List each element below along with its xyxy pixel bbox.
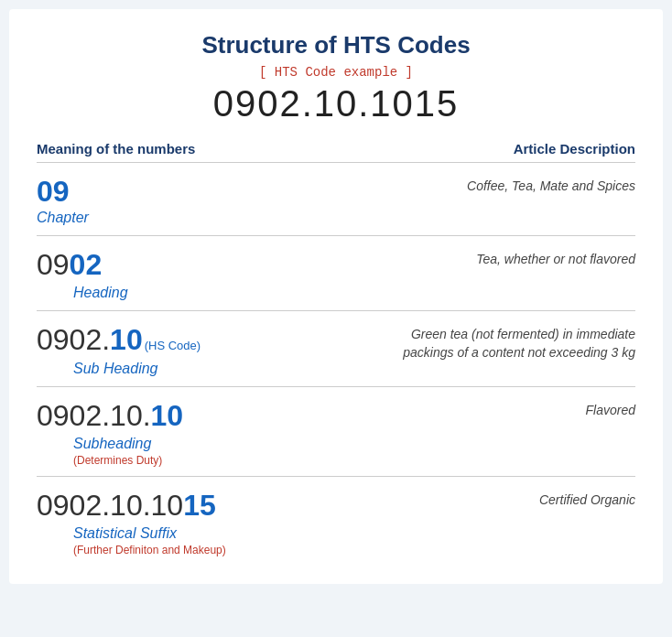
row-subheading-left: 0902.10.10 Subheading (Determines Duty) <box>37 400 586 467</box>
statistical-suffix-code-line: 0902.10.1015 <box>37 490 539 522</box>
sub-heading-code-line: 0902.10(HS Code) <box>37 324 397 356</box>
statistical-suffix-highlight: 15 <box>183 489 216 522</box>
row-chapter: 09 Chapter Coffee, Tea, Mate and Spices <box>37 162 635 235</box>
main-card: Structure of HTS Codes [ HTS Code exampl… <box>9 9 663 584</box>
row-heading: 0902 Heading Tea, whether or not flavore… <box>37 235 635 310</box>
heading-code-line: 0902 <box>37 249 476 281</box>
statistical-suffix-sub-label: (Further Definiton and Makeup) <box>73 544 539 556</box>
chapter-code-line: 09 <box>37 176 467 208</box>
sub-heading-label: Sub Heading <box>73 361 397 377</box>
col-header-meaning: Meaning of the numbers <box>37 141 195 157</box>
sub-heading-prefix: 0902. <box>37 323 110 356</box>
heading-label: Heading <box>73 285 476 301</box>
heading-highlight: 02 <box>70 248 103 281</box>
row-subheading: 0902.10.10 Subheading (Determines Duty) … <box>37 386 635 476</box>
subheading-description: Flavored <box>586 400 635 420</box>
row-sub-heading: 0902.10(HS Code) Sub Heading Green tea (… <box>37 310 635 385</box>
subheading-highlight: 10 <box>151 399 184 432</box>
chapter-highlight: 09 <box>37 175 70 208</box>
page-title: Structure of HTS Codes <box>37 31 635 59</box>
subheading-code-line: 0902.10.10 <box>37 400 586 432</box>
statistical-suffix-description: Certified Organic <box>539 490 635 510</box>
column-headers: Meaning of the numbers Article Descripti… <box>37 141 635 162</box>
heading-description: Tea, whether or not flavored <box>476 249 635 269</box>
chapter-label: Chapter <box>37 210 467 226</box>
heading-prefix: 09 <box>37 248 70 281</box>
hts-code-display: 0902.10.1015 <box>37 83 635 124</box>
row-chapter-left: 09 Chapter <box>37 176 467 226</box>
row-statistical-suffix: 0902.10.1015 Statistical Suffix (Further… <box>37 476 635 566</box>
statistical-suffix-prefix: 0902.10.10 <box>37 489 183 522</box>
subheading-label: Subheading <box>73 436 586 452</box>
row-heading-left: 0902 Heading <box>37 249 476 301</box>
chapter-description: Coffee, Tea, Mate and Spices <box>467 176 635 196</box>
subheading-sub-label: (Determines Duty) <box>73 454 586 467</box>
hs-code-label: (HS Code) <box>145 339 201 352</box>
statistical-suffix-label: Statistical Suffix <box>73 525 539 542</box>
sub-heading-highlight: 10 <box>110 323 143 356</box>
row-statistical-suffix-left: 0902.10.1015 Statistical Suffix (Further… <box>37 490 539 556</box>
sub-heading-description: Green tea (not fermented) in immediate p… <box>397 324 635 362</box>
col-header-description: Article Description <box>514 141 635 157</box>
subtitle-bracket: [ HTS Code example ] <box>37 65 635 80</box>
subheading-prefix: 0902.10. <box>37 399 151 432</box>
row-sub-heading-left: 0902.10(HS Code) Sub Heading <box>37 324 397 376</box>
